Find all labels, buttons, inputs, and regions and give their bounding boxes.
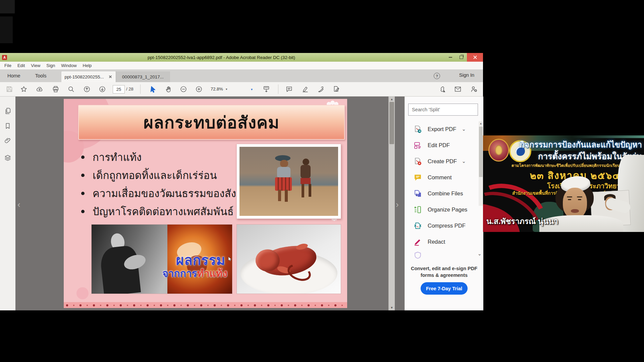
- menu-bar: File Edit View Sign Window Help: [0, 62, 483, 69]
- next-page-arrow[interactable]: ›: [396, 201, 399, 208]
- scroll-down-icon[interactable]: ▼: [389, 306, 395, 309]
- scroll-up-icon[interactable]: ▲: [389, 98, 395, 101]
- redact-icon: [414, 238, 422, 246]
- slide-bullet: การทำแท้ง: [81, 148, 142, 166]
- window-controls: [445, 53, 483, 62]
- search-input[interactable]: [408, 104, 478, 116]
- video-tile: [0, 16, 13, 43]
- document-tab-label: 00000873_1_2017...: [122, 74, 164, 79]
- menu-help[interactable]: Help: [80, 63, 95, 68]
- speaker-name-tag: น.ส.พัชราภรณ์ นุ่นนา: [486, 215, 558, 227]
- tool-compress-pdf[interactable]: Compress PDF: [405, 219, 479, 233]
- children-photo: [236, 144, 341, 219]
- page-thumbnails-icon[interactable]: [4, 107, 11, 115]
- tool-redact[interactable]: Redact: [405, 235, 479, 249]
- left-side-rail: [0, 97, 16, 310]
- video-tile: [0, 0, 15, 13]
- slide-ornament-band: [64, 302, 347, 308]
- page-display-icon[interactable]: [263, 85, 270, 93]
- favorites-star-icon[interactable]: [20, 85, 28, 93]
- slide-bullet: ปัญหาโรคติดต่อทางเพศสัมพันธ์: [81, 203, 234, 220]
- highlight-icon[interactable]: [302, 85, 309, 93]
- share-cloud-icon[interactable]: [36, 85, 43, 93]
- organize-pages-icon: [414, 205, 422, 214]
- tab-home[interactable]: Home: [0, 69, 28, 82]
- menu-edit[interactable]: Edit: [14, 63, 28, 68]
- tool-comment[interactable]: Comment: [405, 170, 479, 184]
- compress-pdf-icon: [414, 222, 422, 230]
- page-number-input[interactable]: 25: [113, 85, 125, 94]
- next-page-icon[interactable]: [99, 85, 106, 93]
- tool-organize-pages[interactable]: Organize Pages: [405, 202, 479, 217]
- menu-view[interactable]: View: [28, 63, 43, 68]
- zoom-level-select[interactable]: 72.8% ▾: [211, 86, 227, 92]
- previous-page-arrow[interactable]: ‹: [17, 201, 20, 208]
- hand-tool-icon[interactable]: [165, 85, 172, 93]
- document-tab-inactive[interactable]: 00000873_1_2017...: [116, 71, 170, 82]
- window-title: ppt-150822002552-lva1-app6892.pdf - Adob…: [0, 55, 443, 60]
- chevron-down-icon[interactable]: ⌄: [462, 158, 466, 164]
- select-cursor-icon[interactable]: [149, 85, 157, 93]
- menu-file[interactable]: File: [1, 63, 14, 68]
- document-scrollbar[interactable]: ▲ ▼: [388, 97, 395, 310]
- tool-partial[interactable]: [405, 248, 479, 262]
- slide-title: ผลกระทบต่อสังคม: [144, 109, 279, 136]
- create-pdf-icon: [414, 157, 422, 166]
- scrollbar-thumb[interactable]: [479, 127, 483, 177]
- layers-icon[interactable]: [4, 154, 11, 162]
- tools-panel: Export PDF ⌄ Edit PDF Create PDF ⌄: [405, 97, 483, 310]
- chevron-down-icon: ▾: [226, 87, 227, 91]
- close-button[interactable]: [467, 53, 483, 62]
- karma-caption-line2: จากการทำแท้ง: [162, 265, 227, 281]
- tab-bar: Home Tools ppt-15082200255... 00000873_1…: [0, 69, 483, 82]
- comment-bubble-icon[interactable]: [285, 85, 293, 93]
- email-icon[interactable]: [454, 85, 462, 93]
- screen: A ppt-150822002552-lva1-app6892.pdf - Ad…: [0, 0, 644, 362]
- fetus-photo: [236, 224, 341, 294]
- tool-edit-pdf[interactable]: Edit PDF: [405, 138, 479, 152]
- slide-bullet: เด็กถูกทอดทิ้งและเด็กเร่ร่อน: [81, 167, 217, 184]
- previous-page-icon[interactable]: [83, 85, 91, 93]
- help-icon[interactable]: ?: [434, 73, 440, 79]
- tool-combine-files[interactable]: Combine Files: [405, 186, 479, 200]
- sign-in-button[interactable]: Sign In: [459, 72, 474, 78]
- save-icon[interactable]: [6, 85, 13, 93]
- toolbar-overflow-icon[interactable]: ▾: [251, 87, 253, 91]
- webcam-overlay: กิจกรรมการป้องกันและแก้ไขปัญหา การตั้งคร…: [483, 135, 644, 232]
- zoom-out-icon[interactable]: [180, 85, 187, 93]
- minimize-button[interactable]: [445, 53, 456, 62]
- print-icon[interactable]: [52, 85, 59, 93]
- fill-sign-icon[interactable]: [317, 85, 325, 93]
- children-silhouettes: [239, 147, 338, 216]
- scroll-up-icon[interactable]: ▲: [479, 122, 483, 125]
- panel-scrollbar[interactable]: ▲: [479, 121, 483, 206]
- restore-button[interactable]: [456, 53, 467, 62]
- zoom-in-icon[interactable]: [195, 85, 203, 93]
- bookmarks-icon[interactable]: [4, 122, 11, 130]
- panel-scroll-down-icon[interactable]: ⌄: [477, 251, 482, 257]
- search-icon[interactable]: [67, 85, 75, 93]
- document-tab-active[interactable]: ppt-15082200255...: [61, 71, 116, 82]
- send-signature-icon[interactable]: [470, 85, 478, 93]
- tool-export-pdf[interactable]: Export PDF ⌄: [405, 122, 479, 136]
- minimize-icon: [449, 57, 452, 58]
- edit-pdf-icon: [414, 141, 422, 149]
- menu-sign[interactable]: Sign: [43, 63, 58, 68]
- document-tab-label: ppt-15082200255...: [65, 74, 104, 79]
- attachments-icon[interactable]: [4, 137, 11, 144]
- scrollbar-thumb[interactable]: [389, 102, 394, 144]
- tool-create-pdf[interactable]: Create PDF ⌄: [405, 154, 479, 168]
- share-link-icon[interactable]: [439, 85, 446, 93]
- tab-close-icon[interactable]: [108, 75, 112, 79]
- comment-icon: [414, 173, 422, 182]
- slide-title-banner: ผลกระทบต่อสังคม: [78, 105, 345, 140]
- tab-tools[interactable]: Tools: [28, 69, 54, 82]
- free-trial-button[interactable]: Free 7-Day Trial: [421, 282, 468, 295]
- main-toolbar: 25 / 28 72.8% ▾ ▾: [0, 82, 483, 97]
- promo-text: Convert, edit and e-sign PDF forms & agr…: [405, 265, 483, 279]
- chevron-down-icon[interactable]: ⌄: [462, 126, 466, 132]
- more-tools-icon[interactable]: [333, 85, 340, 93]
- ministry-emblem-logo: [488, 139, 509, 162]
- mouse-cursor: [228, 256, 232, 261]
- menu-window[interactable]: Window: [58, 63, 79, 68]
